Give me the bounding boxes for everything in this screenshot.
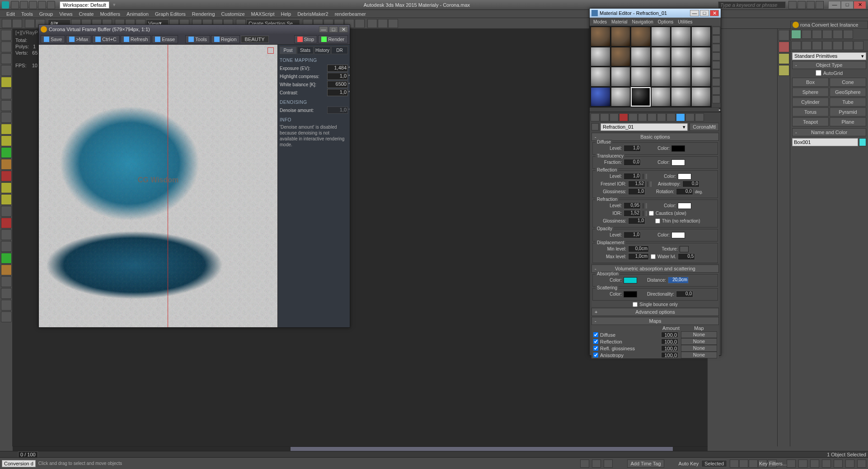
isolate-icon[interactable] <box>604 460 613 468</box>
vfb-pass-select[interactable]: BEAUTY <box>241 36 269 43</box>
me-menu-modes[interactable]: Modes <box>591 19 609 24</box>
video-check-icon[interactable] <box>712 61 720 69</box>
close-button[interactable]: ✕ <box>854 1 866 9</box>
menu-group[interactable]: Group <box>37 11 56 17</box>
menu-graph-editors[interactable]: Graph Editors <box>152 11 188 17</box>
tool-icon[interactable] <box>1 229 12 240</box>
signin-icon[interactable] <box>788 1 797 9</box>
menu-create[interactable]: Create <box>76 11 96 17</box>
material-slot[interactable] <box>691 27 711 46</box>
water-checkbox[interactable] <box>651 254 656 259</box>
material-slot[interactable] <box>671 47 691 67</box>
material-type-button[interactable]: CoronaMtl <box>690 123 719 131</box>
caustics-checkbox[interactable] <box>649 211 654 216</box>
tab-hierarchy-icon[interactable] <box>812 30 822 39</box>
menu-edit[interactable]: Edit <box>4 11 18 17</box>
menu-help[interactable]: Help <box>278 11 294 17</box>
material-slot[interactable] <box>651 67 671 87</box>
render-frame-icon[interactable] <box>378 19 388 28</box>
matedit-close-button[interactable]: ✕ <box>710 10 719 16</box>
checker-icon[interactable] <box>779 30 789 41</box>
menu-renderbeamer[interactable]: renderbeamer <box>332 11 369 17</box>
map-on-checkbox[interactable] <box>593 353 598 358</box>
abs-dist-spinner[interactable]: 20,0cm <box>668 277 689 283</box>
menu-customize[interactable]: Customize <box>219 11 248 17</box>
me-menu-material[interactable]: Material <box>610 19 629 24</box>
refl-color-swatch[interactable] <box>678 173 691 180</box>
tool-icon[interactable] <box>1 88 12 99</box>
map-on-checkbox[interactable] <box>593 332 598 337</box>
vfb-render-button[interactable]: Render <box>318 35 348 43</box>
refr-level-slider[interactable] <box>643 203 647 209</box>
material-slot[interactable] <box>651 47 671 67</box>
highlight-spinner[interactable]: 1,0 <box>327 73 348 80</box>
material-slot[interactable] <box>631 67 651 87</box>
material-slot-active[interactable] <box>631 87 651 107</box>
prim-box-button[interactable]: Box <box>792 78 829 87</box>
tool-icon[interactable] <box>1 42 12 52</box>
vfb-tools-button[interactable]: Tools <box>185 35 210 43</box>
addtag-button[interactable]: Add Time Tag <box>627 460 664 468</box>
vfb-region-handle[interactable] <box>267 47 274 54</box>
tool-icon[interactable] <box>1 112 12 123</box>
trans-fraction-spinner[interactable]: 0,0 <box>624 159 641 166</box>
menu-debrismaker[interactable]: DebrisMaker2 <box>295 11 331 17</box>
pan-icon[interactable] <box>834 460 843 468</box>
refr-color-swatch[interactable] <box>678 203 691 209</box>
diffuse-level-spinner[interactable]: 1,0 <box>624 145 641 152</box>
prim-cylinder-button[interactable]: Cylinder <box>792 98 829 107</box>
mat-map-nav-icon[interactable] <box>712 95 720 103</box>
map-button[interactable]: None <box>681 331 717 338</box>
sphere-yellow-icon[interactable] <box>1 135 12 146</box>
options-icon[interactable] <box>712 78 720 86</box>
map-amount-spinner[interactable]: 100,0 <box>661 345 678 351</box>
disp-max-spinner[interactable]: 1,0cm <box>628 253 649 260</box>
exposure-spinner[interactable]: 1,484 <box>327 65 348 72</box>
keyfilters-button[interactable]: Key Filters... <box>759 461 787 466</box>
object-name-input[interactable] <box>792 138 858 146</box>
corona-convert-label[interactable]: rona Convert lect Instance <box>800 22 858 28</box>
menu-views[interactable]: Views <box>56 11 75 17</box>
map-on-checkbox[interactable] <box>593 346 598 351</box>
map-amount-spinner[interactable]: 100,0 <box>661 332 678 338</box>
tool-icon[interactable] <box>1 218 12 228</box>
fov-icon[interactable] <box>822 460 831 468</box>
make-copy-icon[interactable] <box>629 113 638 121</box>
material-slot[interactable] <box>591 67 610 87</box>
sphere-orange-icon[interactable] <box>1 159 12 170</box>
prim-teapot-button[interactable]: Teapot <box>792 117 829 126</box>
refl-level-slider[interactable] <box>643 174 647 179</box>
menu-tools[interactable]: Tools <box>19 11 36 17</box>
tool-icon[interactable] <box>1 253 12 264</box>
favorites-icon[interactable] <box>807 1 815 9</box>
go-sibling-icon[interactable] <box>695 113 704 121</box>
tab-modify-icon[interactable] <box>802 30 812 39</box>
help-icon[interactable] <box>816 1 824 9</box>
tab-utilities-icon[interactable] <box>843 30 853 39</box>
tab-stats[interactable]: Stats <box>297 46 314 54</box>
material-slot[interactable] <box>611 47 631 67</box>
maximize-viewport-icon[interactable] <box>857 460 866 468</box>
snap-toggle-icon[interactable] <box>592 460 601 468</box>
show-end-icon[interactable] <box>676 113 685 121</box>
rollout-maps[interactable]: Maps <box>591 317 719 325</box>
red-sphere-icon[interactable] <box>779 42 789 52</box>
vfb-maximize-button[interactable]: □ <box>329 26 338 33</box>
mat-id-icon[interactable] <box>657 113 666 121</box>
material-slot[interactable] <box>611 67 631 87</box>
wb-spinner[interactable]: 6500 <box>327 81 348 88</box>
prim-geosphere-button[interactable]: GeoSphere <box>830 88 866 97</box>
qat-redo-icon[interactable] <box>47 1 55 9</box>
diffuse-color-swatch[interactable] <box>671 145 685 152</box>
me-menu-utilities[interactable]: Utilities <box>676 19 694 24</box>
sample-uv-icon[interactable] <box>712 52 720 60</box>
prim-plane-button[interactable]: Plane <box>830 117 866 126</box>
vfb-minimize-button[interactable]: — <box>319 26 328 33</box>
qat-undo-icon[interactable] <box>38 1 46 9</box>
prim-torus-button[interactable]: Torus <box>792 107 829 116</box>
primitive-set-combo[interactable]: Standard Primitives▾ <box>792 52 866 60</box>
material-slot[interactable] <box>591 27 610 46</box>
key-mode-combo[interactable]: Selected <box>701 460 727 467</box>
tool-icon[interactable] <box>1 53 12 64</box>
help-search-input[interactable] <box>718 1 786 9</box>
